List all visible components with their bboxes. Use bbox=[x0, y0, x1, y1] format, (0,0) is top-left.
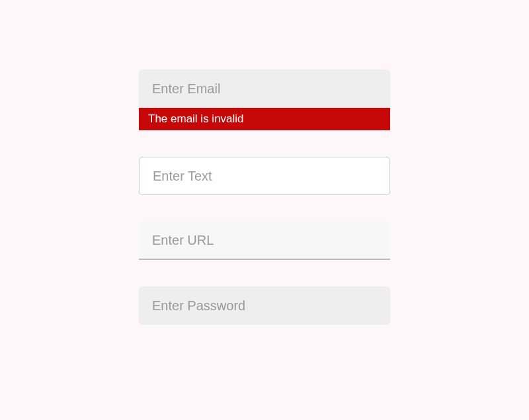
email-error-message: The email is invalid bbox=[139, 108, 390, 130]
url-input[interactable] bbox=[139, 222, 390, 260]
email-input[interactable] bbox=[139, 69, 390, 108]
text-input[interactable] bbox=[139, 157, 390, 195]
email-field-group: The email is invalid bbox=[139, 69, 390, 130]
text-field-group bbox=[139, 157, 390, 195]
password-input[interactable] bbox=[139, 286, 390, 325]
password-field-group bbox=[139, 286, 390, 325]
url-field-group bbox=[139, 222, 390, 260]
